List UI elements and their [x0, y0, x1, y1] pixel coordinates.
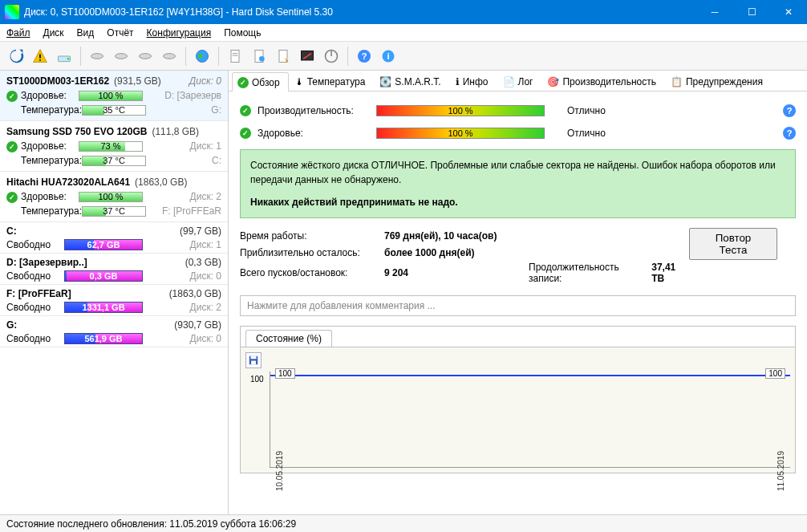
performance-bar: 100 % [376, 105, 545, 116]
disk-tool-3[interactable] [134, 45, 156, 67]
tab-bar: ✓Обзор 🌡Температура 💽S.M.A.R.T. ℹИнфо 📄Л… [229, 71, 807, 91]
save-chart-button[interactable] [245, 352, 262, 368]
chart-date-a: 10.05.2019 [275, 451, 284, 491]
svg-point-3 [67, 58, 70, 60]
uptime-label: Время работы: [240, 230, 384, 242]
svg-rect-1 [39, 59, 41, 61]
log-icon: 📄 [503, 76, 515, 87]
check-icon: ✓ [240, 105, 251, 116]
uptime-value: 769 дня(ей), 10 часа(ов) [384, 230, 529, 242]
info-table: Время работы: 769 дня(ей), 10 часа(ов) П… [240, 228, 796, 284]
svg-rect-9 [231, 50, 239, 62]
tab-temperature[interactable]: 🌡Температура [289, 71, 375, 91]
menu-disk[interactable]: Диск [43, 27, 64, 39]
disk-item[interactable]: ST1000DM003-1ER162 (931,5 GB)Диск: 0 ✓Зд… [0, 71, 228, 121]
svg-text:i: i [387, 51, 389, 61]
health-verdict: Отлично [567, 128, 606, 139]
menu-file[interactable]: Файл [6, 27, 30, 39]
refresh-button[interactable] [5, 45, 27, 67]
menubar: Файл Диск Вид Отчёт Конфигурация Помощь [0, 24, 807, 42]
health-label: Здоровье: [258, 128, 370, 139]
target-icon: 🎯 [547, 76, 559, 87]
status-text-1: Состояние жёсткого диска ОТЛИЧНОЕ. Пробл… [250, 158, 785, 187]
minimize-button[interactable]: ─ [696, 0, 733, 24]
drive-button[interactable] [53, 45, 75, 67]
power-button[interactable] [320, 45, 343, 67]
disk-icon: 💽 [379, 76, 391, 87]
chart-date-b: 11.05.2019 [777, 451, 785, 491]
window-title: Диск: 0, ST1000DM003-1ER162 [W4Y1H38G] -… [24, 6, 696, 18]
svg-point-6 [140, 53, 152, 59]
starts-label: Всего пусков/остановок: [240, 267, 384, 278]
volume-item[interactable]: F: [ProFFEaR](1863,0 GB) Свободно 1331,1… [0, 285, 228, 316]
status-message: Состояние жёсткого диска ОТЛИЧНОЕ. Пробл… [240, 149, 796, 218]
app-icon [5, 5, 19, 19]
remaining-label: Приблизительно осталось: [240, 247, 384, 258]
menu-help[interactable]: Помощь [224, 27, 261, 39]
doc-button-2[interactable] [248, 45, 270, 67]
check-icon: ✓ [240, 128, 251, 139]
tab-log[interactable]: 📄Лог [497, 71, 542, 91]
performance-status-row: ✓ Производительность: 100 % Отлично ? [240, 99, 796, 122]
health-bar: 100 % [376, 128, 545, 139]
volume-item[interactable]: G:(930,7 GB) Свободно 561,9 GB Диск: 0 [0, 316, 228, 347]
write-label: Продолжительность записи: [529, 262, 648, 284]
chart-ytick: 100 [250, 375, 264, 384]
chart-point-b: 100 [765, 368, 785, 379]
chart-tab-status[interactable]: Состояние (%) [245, 330, 332, 347]
svg-rect-22 [251, 356, 257, 359]
doc-button-3[interactable] [272, 45, 294, 67]
help-icon[interactable]: ? [783, 127, 796, 140]
disk-tool-4[interactable] [158, 45, 180, 67]
tab-smart[interactable]: 💽S.M.A.R.T. [374, 71, 449, 91]
tab-overview[interactable]: ✓Обзор [232, 72, 289, 91]
performance-verdict: Отлично [567, 105, 606, 116]
disk-tool-2[interactable] [110, 45, 132, 67]
svg-rect-0 [39, 54, 41, 58]
doc-button-1[interactable] [224, 45, 246, 67]
menu-report[interactable]: Отчёт [107, 27, 133, 39]
svg-point-7 [164, 53, 176, 59]
maximize-button[interactable]: ☐ [733, 0, 770, 24]
chart-point-a: 100 [275, 368, 295, 379]
sidebar: ST1000DM003-1ER162 (931,5 GB)Диск: 0 ✓Зд… [0, 71, 229, 514]
toolbar: ? i [0, 42, 807, 71]
alert-icon: 📋 [671, 76, 683, 87]
globe-button[interactable] [191, 45, 213, 67]
check-icon: ✓ [237, 77, 249, 88]
main-panel: ✓Обзор 🌡Температура 💽S.M.A.R.T. ℹИнфо 📄Л… [229, 71, 807, 514]
tab-performance[interactable]: 🎯Производительность [541, 71, 664, 91]
menu-view[interactable]: Вид [77, 27, 95, 39]
status-text-2: Никаких действий предпринимать не надо. [250, 195, 785, 209]
svg-point-4 [91, 53, 103, 59]
status-text: Состояние последнего обновления: 11.05.2… [6, 518, 296, 530]
performance-label: Производительность: [258, 105, 370, 116]
tab-info[interactable]: ℹИнфо [450, 71, 497, 91]
tab-alerts[interactable]: 📋Предупреждения [665, 71, 772, 91]
disk-tool-1[interactable] [86, 45, 108, 67]
test-button[interactable] [296, 45, 318, 67]
menu-config[interactable]: Конфигурация [147, 27, 212, 39]
info-button[interactable]: i [377, 45, 399, 67]
volume-item[interactable]: D: [Зарезервир..](0,3 GB) Свободно 0,3 G… [0, 254, 228, 285]
retest-button[interactable]: Повтор Теста [689, 228, 777, 260]
info-icon: ℹ [456, 76, 460, 87]
thermometer-icon: 🌡 [294, 76, 304, 87]
help-button[interactable]: ? [353, 45, 375, 67]
help-icon[interactable]: ? [783, 104, 796, 117]
volume-item[interactable]: C:(99,7 GB) Свободно 62,7 GB Диск: 1 [0, 222, 228, 254]
write-value: 37,41 TB [651, 262, 689, 284]
remaining-value: более 1000 дня(ей) [384, 247, 529, 258]
svg-rect-23 [251, 361, 256, 365]
health-status-row: ✓ Здоровье: 100 % Отлично ? [240, 122, 796, 144]
warning-button[interactable] [29, 45, 51, 67]
disk-item[interactable]: Samsung SSD 750 EVO 120GB (111,8 GB) ✓Зд… [0, 121, 228, 172]
titlebar: Диск: 0, ST1000DM003-1ER162 [W4Y1H38G] -… [0, 0, 807, 24]
starts-value: 9 204 [384, 267, 529, 278]
close-button[interactable]: ✕ [770, 0, 807, 24]
svg-point-5 [116, 53, 128, 59]
svg-point-13 [259, 56, 265, 62]
comment-input[interactable]: Нажмите для добавления комментария ... [240, 295, 796, 316]
chart-line [270, 375, 790, 376]
disk-item[interactable]: Hitachi HUA723020ALA641 (1863,0 GB) ✓Здо… [0, 172, 228, 222]
